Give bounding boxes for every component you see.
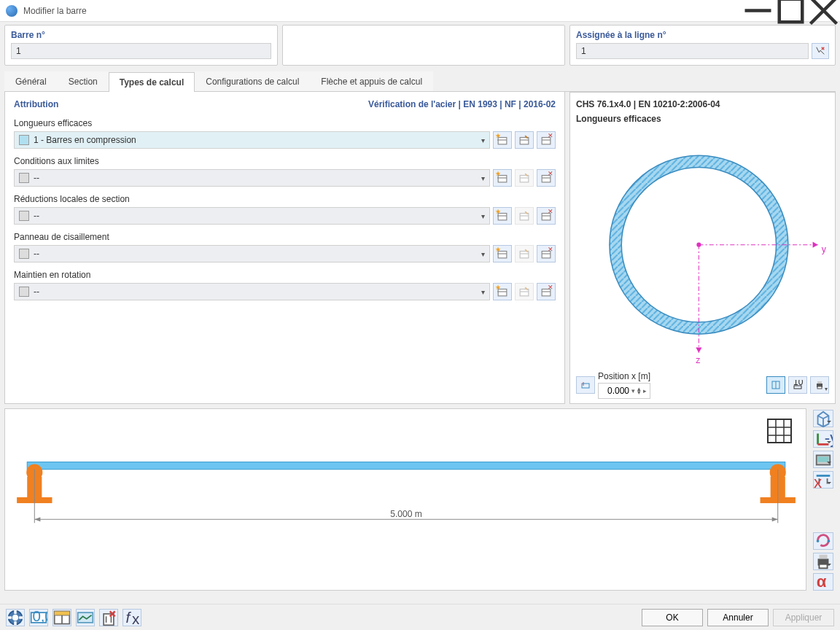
edit-button[interactable]	[515, 131, 534, 149]
chevron-down-icon: ▾	[481, 136, 485, 144]
new-button[interactable]: ★	[493, 169, 512, 187]
refresh-button[interactable]	[813, 532, 833, 550]
swatch-icon	[19, 211, 29, 221]
svg-text:x: x	[132, 610, 140, 626]
svg-point-85	[828, 540, 831, 542]
edit-button	[515, 169, 534, 187]
dropdown-value: --	[34, 249, 481, 259]
form-group: Conditions aux limites -- ▾ ★ ✕	[14, 156, 556, 187]
assign-line-input[interactable]	[576, 43, 809, 59]
app-icon	[6, 5, 18, 17]
svg-marker-64	[34, 517, 40, 521]
swatch-icon	[19, 249, 29, 259]
edit-button	[515, 207, 534, 225]
tab-types-calcul[interactable]: Types de calcul	[109, 72, 195, 92]
view-button[interactable]	[76, 609, 95, 626]
dropdown-4[interactable]: -- ▾	[14, 283, 490, 300]
supports-button[interactable]: x	[813, 471, 833, 489]
library-button[interactable]: ✕	[537, 283, 556, 300]
tab-general[interactable]: Général	[4, 71, 58, 91]
table-button[interactable]	[52, 609, 71, 626]
dropdown-value: 1 - Barres en compression	[34, 135, 481, 145]
new-button[interactable]: ★	[493, 283, 512, 300]
svg-rect-52	[817, 381, 822, 384]
barre-number-input[interactable]	[11, 43, 271, 59]
dropdown-2[interactable]: -- ▾	[14, 207, 490, 225]
tab-fleche-appuis[interactable]: Flèche et appuis de calcul	[310, 71, 433, 91]
tab-section[interactable]: Section	[58, 71, 109, 91]
svg-line-72	[818, 416, 823, 419]
window-title: Modifier la barre	[23, 6, 742, 16]
dropdown-1[interactable]: -- ▾	[14, 169, 490, 187]
beam-preview[interactable]: 5.000 m	[4, 408, 806, 591]
form-label: Conditions aux limites	[14, 156, 556, 166]
tab-config-calcul[interactable]: Configurations de calcul	[195, 71, 310, 91]
assign-panel: Assignée à la ligne n°	[569, 25, 836, 66]
svg-text:α: α	[817, 572, 827, 591]
assign-label: Assignée à la ligne n°	[576, 30, 829, 40]
formula-button[interactable]: fx	[122, 609, 141, 626]
swatch-icon	[19, 173, 29, 183]
barre-label: Barre n°	[11, 30, 271, 40]
form-group: Réductions locales de section -- ▾ ★ ✕	[14, 194, 556, 225]
section-canvas: y z	[576, 128, 829, 369]
svg-text:5.000 m: 5.000 m	[390, 509, 422, 519]
svg-rect-53	[817, 386, 822, 389]
close-button[interactable]	[807, 0, 840, 22]
dropdown-value: --	[34, 173, 481, 183]
beam-grid-icon	[766, 418, 793, 446]
units-button[interactable]: 0,00	[29, 609, 48, 626]
view-3d-button[interactable]	[813, 410, 833, 427]
position-x-input[interactable]: 0.000 ▾ ▴▾ ▸	[598, 383, 650, 399]
section-print-button[interactable]: ▾	[810, 376, 829, 394]
library-button[interactable]: ✕	[537, 207, 556, 225]
svg-rect-101	[55, 611, 70, 615]
form-label: Panneau de cisaillement	[14, 232, 556, 242]
svg-marker-65	[772, 517, 778, 521]
position-label: Position x [m]	[598, 371, 650, 381]
svg-rect-88	[819, 564, 827, 569]
svg-rect-1	[779, 0, 803, 22]
axes-button[interactable]: -y	[813, 430, 833, 448]
swatch-icon	[19, 287, 29, 297]
ok-button[interactable]: OK	[642, 609, 703, 626]
dropdown-3[interactable]: -- ▾	[14, 245, 490, 262]
delete-button[interactable]	[99, 609, 118, 626]
svg-rect-87	[819, 555, 827, 559]
dropdown-0[interactable]: 1 - Barres en compression ▾	[14, 131, 490, 149]
help-button[interactable]	[6, 609, 25, 626]
pos-reset-button[interactable]	[576, 376, 595, 394]
new-button[interactable]: ★	[493, 207, 512, 225]
chevron-down-icon: ▾	[481, 250, 485, 258]
attribution-norm: Vérification de l'acier | EN 1993 | NF |…	[368, 99, 556, 109]
svg-text:0,00: 0,00	[32, 609, 47, 624]
cancel-button[interactable]: Annuler	[707, 609, 769, 626]
svg-rect-103	[104, 613, 114, 624]
new-button[interactable]: ★	[493, 245, 512, 262]
svg-point-84	[817, 540, 820, 542]
titlebar: Modifier la barre	[0, 0, 840, 22]
section-subtitle: Longueurs efficaces	[576, 114, 829, 124]
section-dimensions-button[interactable]: 100	[788, 376, 807, 394]
minimize-button[interactable]	[742, 0, 774, 22]
svg-text:y: y	[822, 244, 827, 254]
library-button[interactable]: ✕	[537, 131, 556, 149]
settings-button[interactable]: α	[813, 573, 833, 591]
section-profile: CHS 76.1x4.0 | EN 10210-2:2006-04	[576, 98, 829, 111]
new-button[interactable]: ★	[493, 131, 512, 149]
library-button[interactable]: ✕	[537, 169, 556, 187]
library-button[interactable]: ✕	[537, 245, 556, 262]
section-preview-panel: CHS 76.1x4.0 | EN 10210-2:2006-04 Longue…	[569, 92, 836, 404]
form-group: Maintien en rotation -- ▾ ★ ✕	[14, 270, 556, 300]
maximize-button[interactable]	[774, 0, 807, 22]
swatch-icon	[19, 135, 29, 145]
pick-line-button[interactable]	[812, 43, 829, 59]
section-view-button[interactable]	[766, 376, 785, 394]
display-options-button[interactable]	[813, 451, 833, 468]
form-group: Panneau de cisaillement -- ▾ ★ ✕	[14, 232, 556, 262]
apply-button[interactable]: Appliquer	[773, 609, 834, 626]
attribution-title: Attribution	[14, 99, 58, 109]
svg-rect-92	[14, 610, 16, 613]
svg-text:x: x	[814, 473, 822, 489]
print-beam-button[interactable]	[813, 553, 833, 570]
